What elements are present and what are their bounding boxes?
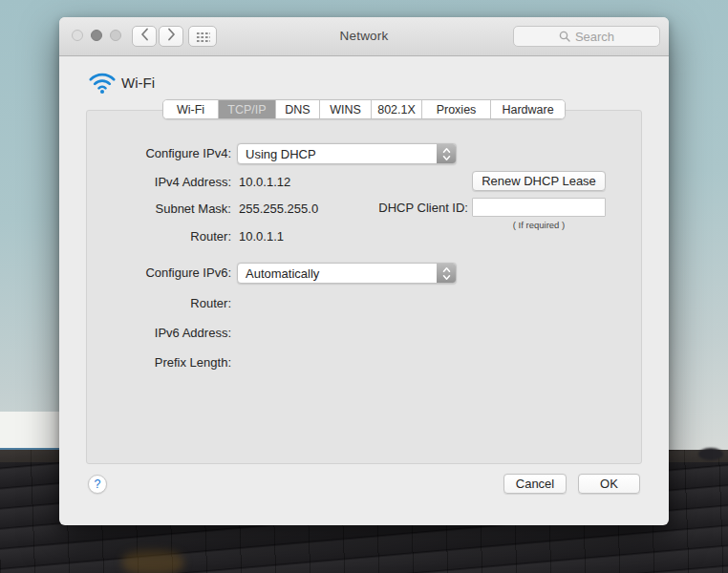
titlebar[interactable]: Network Search (59, 17, 669, 56)
background-wall (0, 412, 60, 451)
router-ipv6-label: Router: (97, 296, 231, 310)
subnet-mask-value: 255.255.255.0 (239, 202, 318, 216)
tab-tcpip[interactable]: TCP/IP (218, 100, 275, 118)
dhcp-client-id-field[interactable] (472, 198, 606, 217)
cancel-button[interactable]: Cancel (503, 474, 567, 494)
router-ipv4-label: Router: (97, 229, 231, 244)
ipv4-address-label: IPv4 Address: (97, 175, 231, 189)
ok-button[interactable]: OK (578, 474, 640, 494)
background-roof-object (698, 448, 723, 460)
prefix-length-label: Prefix Length: (97, 355, 231, 370)
configure-ipv4-label: Configure IPv4: (97, 146, 231, 160)
tab-dns[interactable]: DNS (275, 100, 319, 118)
renew-dhcp-lease-button[interactable]: Renew DHCP Lease (472, 171, 606, 191)
search-input[interactable]: Search (513, 26, 660, 47)
router-ipv4-value: 10.0.1.1 (239, 229, 284, 244)
updown-chevrons-icon (437, 264, 456, 283)
search-icon (559, 31, 570, 42)
help-button[interactable]: ? (88, 475, 107, 494)
desktop-background: Network Search Wi-Fi Wi-Fi (0, 0, 728, 573)
configure-ipv6-dropdown[interactable]: Automatically (237, 263, 457, 284)
configure-ipv4-dropdown[interactable]: Using DHCP (237, 143, 457, 164)
wifi-icon (88, 70, 117, 98)
configure-ipv6-value: Automatically (246, 266, 319, 281)
background-roof-patch (122, 550, 183, 573)
subnet-mask-label: Subnet Mask: (97, 202, 231, 216)
tab-hardware[interactable]: Hardware (490, 100, 565, 118)
tab-wins[interactable]: WINS (319, 100, 371, 118)
window-content: Wi-Fi Wi-Fi TCP/IP DNS WINS 802.1X Proxi… (59, 55, 669, 525)
tab-8021x[interactable]: 802.1X (371, 100, 421, 118)
configure-ipv6-label: Configure IPv6: (97, 265, 231, 280)
tab-bar: Wi-Fi TCP/IP DNS WINS 802.1X Proxies Har… (59, 99, 669, 119)
configure-ipv4-value: Using DHCP (246, 147, 316, 161)
ipv6-address-label: IPv6 Address: (97, 326, 231, 340)
network-preferences-window: Network Search Wi-Fi Wi-Fi (59, 17, 669, 525)
ipv4-address-value: 10.0.1.12 (239, 175, 290, 189)
service-name: Wi-Fi (121, 74, 155, 91)
updown-chevrons-icon (437, 144, 456, 163)
dhcp-client-id-label: DHCP Client ID: (334, 201, 468, 215)
dhcp-required-hint: ( If required ) (472, 220, 606, 230)
tab-wifi[interactable]: Wi-Fi (163, 100, 218, 118)
segmented-control: Wi-Fi TCP/IP DNS WINS 802.1X Proxies Har… (162, 99, 566, 119)
tab-proxies[interactable]: Proxies (421, 100, 490, 118)
search-placeholder: Search (575, 30, 614, 44)
